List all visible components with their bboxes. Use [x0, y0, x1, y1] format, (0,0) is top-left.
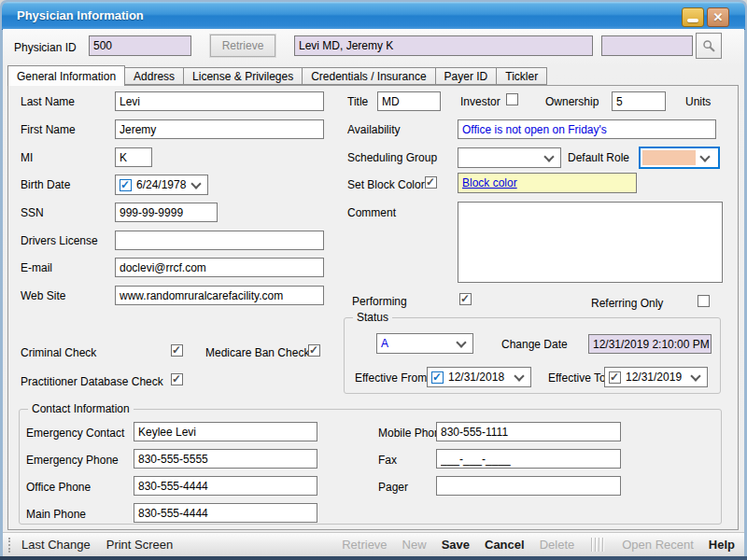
tab-credentials-insurance[interactable]: Credentials / Insurance — [302, 67, 435, 85]
effective-from-picker[interactable]: 12/31/2018 — [427, 367, 531, 387]
cancel-button[interactable]: Cancel — [485, 538, 525, 552]
default-role-select[interactable] — [639, 147, 720, 169]
mi-input[interactable] — [115, 147, 152, 167]
toolbar-right-group: Retrieve New Save Cancel Delete Open Rec… — [342, 538, 735, 552]
ownership-input[interactable] — [612, 91, 666, 111]
office-phone-input[interactable] — [134, 476, 317, 496]
last-name-label: Last Name — [21, 95, 75, 108]
emergency-contact-label: Emergency Contact — [26, 427, 124, 440]
ssn-input[interactable] — [115, 203, 218, 222]
emergency-phone-input[interactable] — [134, 449, 317, 469]
chevron-down-icon[interactable] — [190, 178, 201, 189]
effective-from-label: Effective From — [355, 371, 427, 385]
tab-tickler[interactable]: Tickler — [496, 67, 547, 85]
ownership-label: Ownership — [545, 95, 599, 108]
tab-license-privileges[interactable]: License & Privileges — [183, 67, 303, 85]
scheduling-group-label: Scheduling Group — [347, 151, 437, 164]
block-color-field: Block color — [458, 173, 637, 193]
web-site-input[interactable] — [115, 286, 324, 305]
ssn-label: SSN — [21, 206, 44, 219]
status-select[interactable]: A — [376, 333, 473, 354]
comment-textarea[interactable] — [458, 202, 723, 283]
tab-address[interactable]: Address — [124, 67, 184, 85]
drivers-license-input[interactable] — [115, 231, 324, 250]
referring-only-label: Referring Only — [591, 297, 663, 310]
last-name-input[interactable] — [115, 91, 324, 111]
window-title: Physician Information — [17, 8, 144, 22]
open-recent-button[interactable]: Open Recent — [622, 538, 694, 552]
performing-label: Performing — [352, 295, 407, 308]
title-input[interactable] — [377, 91, 441, 111]
title-bar: Physician Information ✕ — [2, 2, 745, 30]
first-name-input[interactable] — [115, 119, 324, 139]
default-role-label: Default Role — [568, 151, 629, 164]
criminal-check-checkbox[interactable] — [171, 344, 183, 357]
set-block-color-label: Set Block Color? — [347, 178, 430, 191]
performing-checkbox[interactable] — [459, 293, 472, 305]
fax-input[interactable] — [436, 449, 621, 469]
chevron-down-icon[interactable] — [699, 151, 710, 161]
new-button[interactable]: New — [402, 538, 427, 552]
toolbar-grip — [8, 538, 13, 553]
first-name-label: First Name — [21, 123, 76, 136]
birth-date-picker[interactable]: 6/24/1978 — [115, 175, 208, 195]
pager-input[interactable] — [436, 476, 621, 496]
change-date-field: 12/31/2019 2:10:00 PM — [588, 334, 712, 354]
chevron-down-icon[interactable] — [543, 151, 554, 161]
investor-checkbox[interactable] — [506, 93, 518, 105]
physician-information-window: Physician Information ✕ Physician ID 500… — [0, 0, 747, 560]
mobile-phone-input[interactable] — [436, 422, 621, 441]
practitioner-db-check-checkbox[interactable] — [171, 373, 183, 385]
medicare-ban-check-checkbox[interactable] — [308, 344, 320, 357]
main-phone-input[interactable] — [134, 503, 317, 523]
pager-label: Pager — [378, 481, 408, 494]
save-button[interactable]: Save — [442, 538, 470, 552]
status-value: A — [381, 335, 388, 352]
effective-from-value: 12/31/2018 — [448, 369, 504, 385]
chevron-down-icon[interactable] — [456, 337, 466, 347]
block-color-link[interactable]: Block color — [462, 176, 517, 189]
effective-to-checkbox[interactable] — [609, 371, 621, 384]
status-group-label: Status — [353, 312, 392, 324]
referring-only-checkbox[interactable] — [698, 295, 710, 307]
last-change-button[interactable]: Last Change — [21, 538, 91, 552]
scheduling-group-select[interactable] — [458, 147, 561, 168]
mi-label: MI — [21, 151, 33, 164]
title-label: Title — [347, 95, 368, 108]
units-label: Units — [685, 95, 711, 108]
set-block-color-checkbox[interactable] — [425, 176, 437, 189]
minimize-button[interactable] — [682, 7, 704, 27]
close-button[interactable]: ✕ — [707, 7, 729, 27]
office-phone-label: Office Phone — [26, 481, 91, 494]
tab-payer-id[interactable]: Payer ID — [435, 67, 498, 85]
availability-label: Availability — [347, 123, 400, 136]
print-screen-button[interactable]: Print Screen — [106, 538, 174, 552]
retrieve-toolbar-button[interactable]: Retrieve — [342, 538, 387, 552]
default-role-color-swatch — [642, 150, 696, 165]
retrieve-button[interactable]: Retrieve — [210, 35, 275, 57]
effective-to-value: 12/31/2019 — [626, 369, 682, 385]
investor-label: Investor — [460, 95, 500, 108]
help-button[interactable]: Help — [709, 538, 735, 552]
effective-to-picker[interactable]: 12/31/2019 — [604, 367, 708, 387]
delete-button[interactable]: Delete — [540, 538, 575, 552]
availability-input[interactable] — [458, 119, 716, 139]
chevron-down-icon[interactable] — [690, 371, 700, 381]
quick-search-field[interactable] — [601, 35, 693, 56]
emergency-phone-label: Emergency Phone — [26, 454, 119, 467]
birth-date-checkbox[interactable] — [120, 179, 132, 191]
tab-general-information[interactable]: General Information — [7, 65, 125, 86]
practitioner-db-check-label: Practitioner Database Check — [21, 375, 163, 388]
tab-strip: General Information Address License & Pr… — [7, 65, 547, 86]
email-label: E-mail — [21, 261, 52, 274]
effective-from-checkbox[interactable] — [431, 371, 444, 384]
toolbar-left-group: Last Change Print Screen — [21, 538, 173, 552]
chevron-down-icon[interactable] — [514, 371, 524, 381]
search-button[interactable] — [696, 33, 722, 59]
main-phone-label: Main Phone — [26, 508, 86, 521]
medicare-ban-check-label: Medicare Ban Check — [205, 346, 309, 359]
birth-date-value: 6/24/1978 — [136, 176, 186, 193]
email-input[interactable] — [115, 258, 324, 277]
physician-id-field[interactable]: 500 — [89, 35, 191, 56]
emergency-contact-input[interactable] — [134, 422, 317, 441]
